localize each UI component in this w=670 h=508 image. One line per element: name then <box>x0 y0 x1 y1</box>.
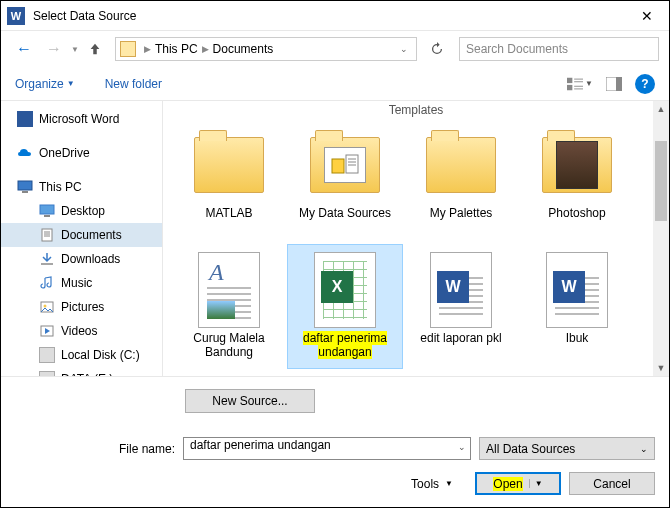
svg-rect-12 <box>42 229 52 241</box>
address-bar[interactable]: ▶ This PC ▶ Documents ⌄ <box>115 37 417 61</box>
back-button[interactable]: ← <box>11 36 37 62</box>
svg-rect-0 <box>567 77 572 82</box>
svg-rect-9 <box>22 191 28 193</box>
body-area: Microsoft Word OneDrive This PC Desktop … <box>1 101 669 376</box>
refresh-icon <box>430 42 444 56</box>
sidebar-item-word[interactable]: Microsoft Word <box>1 107 162 131</box>
pc-icon <box>17 179 33 195</box>
dropdown-icon: ⌄ <box>640 444 648 454</box>
file-partial-3[interactable] <box>403 369 519 376</box>
dialog-title: Select Data Source <box>33 9 624 23</box>
svg-point-14 <box>44 305 47 308</box>
filename-label: File name: <box>15 442 175 456</box>
word-document-icon: W <box>430 252 492 328</box>
folder-photoshop[interactable]: Photoshop <box>519 119 635 244</box>
sidebar-item-thispc[interactable]: This PC <box>1 175 162 199</box>
address-dropdown-icon[interactable]: ⌄ <box>396 44 412 54</box>
tools-menu[interactable]: Tools ▼ <box>411 477 453 491</box>
dialog-window: W Select Data Source ✕ ← → ▼ ▶ This PC ▶… <box>0 0 670 508</box>
svg-rect-5 <box>574 88 583 89</box>
word-document-icon: W <box>546 252 608 328</box>
scroll-up-icon[interactable]: ▲ <box>653 101 669 117</box>
drive-icon <box>39 347 55 363</box>
svg-rect-16 <box>332 159 344 173</box>
filetype-select[interactable]: All Data Sources ⌄ <box>479 437 655 460</box>
svg-rect-17 <box>346 155 358 173</box>
svg-rect-1 <box>574 78 583 79</box>
caret-down-icon: ▼ <box>529 479 543 488</box>
cancel-button[interactable]: Cancel <box>569 472 655 495</box>
filename-input[interactable]: daftar penerima undangan ⌄ <box>183 437 471 460</box>
nav-bar: ← → ▼ ▶ This PC ▶ Documents ⌄ Search Doc… <box>1 31 669 67</box>
file-partial-1[interactable] <box>171 369 287 376</box>
documents-icon <box>39 227 55 243</box>
folder-icon <box>194 137 264 193</box>
sidebar-item-videos[interactable]: Videos <box>1 319 162 343</box>
sidebar-item-data-drive[interactable]: DATA (E:) <box>1 367 162 376</box>
file-partial-2[interactable] <box>287 369 403 376</box>
dropdown-icon[interactable]: ⌄ <box>458 442 466 452</box>
new-folder-button[interactable]: New folder <box>105 77 162 91</box>
sidebar-item-documents[interactable]: Documents <box>1 223 162 247</box>
folder-matlab[interactable]: MATLAB <box>171 119 287 244</box>
up-button[interactable] <box>83 37 107 61</box>
forward-button[interactable]: → <box>41 36 67 62</box>
file-daftar-penerima[interactable]: X daftar penerima undangan <box>287 244 403 369</box>
new-source-button[interactable]: New Source... <box>185 389 315 413</box>
file-ibuk[interactable]: W Ibuk <box>519 244 635 369</box>
sidebar-item-onedrive[interactable]: OneDrive <box>1 141 162 165</box>
folder-icon <box>120 41 136 57</box>
desktop-icon <box>39 203 55 219</box>
file-grid: MATLAB My Data Sources My Palettes Photo… <box>163 119 669 376</box>
scrollbar[interactable]: ▲ ▼ <box>653 101 669 376</box>
toolbar: Organize ▼ New folder ▼ ? <box>1 67 669 101</box>
breadcrumb-root[interactable]: This PC <box>155 42 198 56</box>
open-button[interactable]: Open ▼ <box>475 472 561 495</box>
drive-icon <box>39 371 55 376</box>
close-button[interactable]: ✕ <box>624 1 669 30</box>
group-header: Templates <box>163 101 669 119</box>
document-icon: A <box>198 252 260 328</box>
chevron-right-icon: ▶ <box>202 44 209 54</box>
history-dropdown-icon[interactable]: ▼ <box>71 45 79 54</box>
datasource-badge-icon <box>324 147 366 183</box>
caret-down-icon: ▼ <box>585 79 593 88</box>
folder-icon <box>542 137 612 193</box>
svg-rect-10 <box>40 205 54 214</box>
scroll-thumb[interactable] <box>655 141 667 221</box>
excel-document-icon: X <box>314 252 376 328</box>
breadcrumb-current[interactable]: Documents <box>213 42 274 56</box>
svg-rect-7 <box>616 77 622 91</box>
svg-rect-8 <box>18 181 32 190</box>
sidebar-item-desktop[interactable]: Desktop <box>1 199 162 223</box>
sidebar-item-local-disk[interactable]: Local Disk (C:) <box>1 343 162 367</box>
folder-my-data-sources[interactable]: My Data Sources <box>287 119 403 244</box>
view-options-button[interactable]: ▼ <box>567 73 593 95</box>
folder-icon <box>426 137 496 193</box>
folder-my-palettes[interactable]: My Palettes <box>403 119 519 244</box>
file-partial-4[interactable] <box>519 369 635 376</box>
scroll-down-icon[interactable]: ▼ <box>653 360 669 376</box>
sidebar-item-music[interactable]: Music <box>1 271 162 295</box>
navigation-sidebar: Microsoft Word OneDrive This PC Desktop … <box>1 101 163 376</box>
file-curug-malela[interactable]: A Curug Malela Bandung <box>171 244 287 369</box>
photo-thumbnail-icon <box>556 141 598 189</box>
search-input[interactable]: Search Documents <box>459 37 659 61</box>
footer: New Source... File name: daftar penerima… <box>1 376 669 507</box>
view-icon <box>567 77 583 91</box>
pictures-icon <box>39 299 55 315</box>
help-button[interactable]: ? <box>635 74 655 94</box>
up-arrow-icon <box>88 42 102 56</box>
videos-icon <box>39 323 55 339</box>
file-edit-laporan[interactable]: W edit laporan pkl <box>403 244 519 369</box>
word-icon <box>17 111 33 127</box>
music-icon <box>39 275 55 291</box>
preview-pane-button[interactable] <box>601 73 627 95</box>
caret-down-icon: ▼ <box>445 479 453 488</box>
downloads-icon <box>39 251 55 267</box>
refresh-button[interactable] <box>425 37 449 61</box>
organize-menu[interactable]: Organize ▼ <box>15 77 75 91</box>
sidebar-item-pictures[interactable]: Pictures <box>1 295 162 319</box>
folder-icon <box>310 137 380 193</box>
sidebar-item-downloads[interactable]: Downloads <box>1 247 162 271</box>
